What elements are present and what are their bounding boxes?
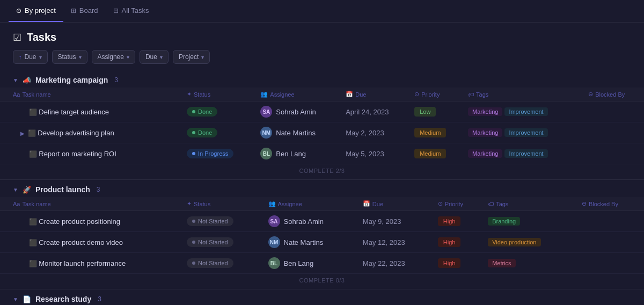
status-badge[interactable]: Done <box>187 107 217 117</box>
task-icon: ⬛ <box>29 218 37 226</box>
all-tasks-icon: ⊟ <box>113 7 119 14</box>
assignee-name: Nate Martins <box>276 129 316 137</box>
col-header-status: ✦Status <box>182 197 264 211</box>
section-header-marketing-campaign[interactable]: ▼ 📣 Marketing campaign 3 <box>0 70 644 88</box>
task-icon: ⬛ <box>28 129 36 137</box>
col-label-due: Due <box>355 91 366 98</box>
complete-bar: COMPLETE 0/3 <box>0 274 644 289</box>
task-status-cell: Not Started <box>182 211 264 232</box>
status-badge[interactable]: Not Started <box>187 258 233 268</box>
filter-due[interactable]: ↑Due▾ <box>13 50 48 64</box>
task-priority-cell: Low <box>410 101 464 122</box>
table-row[interactable]: ⬛ Define target audience DoneSASohrab Am… <box>0 101 644 122</box>
task-blocked-cell <box>584 143 644 164</box>
tab-all-tasks[interactable]: ⊟All Tasks <box>106 0 157 22</box>
task-name: Develop advertising plan <box>38 129 114 137</box>
task-blocked-cell <box>577 253 644 274</box>
priority-badge: High <box>438 237 461 247</box>
chevron-down-icon: ▼ <box>13 296 18 302</box>
tab-board[interactable]: ⊞Board <box>63 0 106 22</box>
task-blocked-cell <box>584 122 644 143</box>
col-icon-due: 📅 <box>363 200 370 207</box>
task-name: Create product positioning <box>39 217 120 226</box>
table-row[interactable]: ⬛ Report on marketing ROI In ProgressBLB… <box>0 143 644 164</box>
task-priority-cell: High <box>434 232 484 253</box>
all-tasks-label: All Tasks <box>122 6 149 14</box>
avatar: SA <box>260 106 272 118</box>
col-icon-blocked: ⊖ <box>582 200 587 207</box>
col-header-status: ✦Status <box>182 88 256 101</box>
status-dot <box>192 241 195 244</box>
col-label-assignee: Assignee <box>278 201 302 207</box>
filter-label: Assignee <box>98 53 124 61</box>
table-row[interactable]: ⬛ Create product positioning Not Started… <box>0 211 644 232</box>
col-header-name: AaTask name <box>0 197 182 211</box>
status-dot <box>192 152 195 155</box>
due-date: May 5, 2023 <box>346 150 384 158</box>
col-icon-assignee: 👥 <box>268 200 276 207</box>
task-blocked-cell <box>577 211 644 232</box>
priority-badge: Medium <box>414 128 446 137</box>
filter-status[interactable]: Status▾ <box>52 50 87 64</box>
page-header: ☑ Tasks <box>0 23 644 48</box>
col-icon-tags: 🏷 <box>468 91 474 98</box>
up-icon: ↑ <box>19 54 22 60</box>
task-due-cell: May 2, 2023 <box>341 122 410 143</box>
col-header-blocked: ⊖Blocked By <box>577 197 644 211</box>
col-label-priority: Priority <box>445 201 463 207</box>
task-due-cell: April 24, 2023 <box>341 101 410 122</box>
col-header-priority: ⊙Priority <box>410 88 464 101</box>
col-icon-name: Aa <box>13 91 20 98</box>
tag-badge: Improvement <box>504 149 547 158</box>
filter-label: Project <box>179 53 199 61</box>
filter-assignee[interactable]: Assignee▾ <box>92 50 135 64</box>
table-row[interactable]: ⬛ Create product demo video Not StartedN… <box>0 232 644 253</box>
col-label-name: Task name <box>22 91 50 98</box>
table-marketing-campaign: AaTask name✦Status👥Assignee📅Due⊙Priority… <box>0 88 644 164</box>
tag-badge: Marketing <box>468 107 502 116</box>
task-due-cell: May 22, 2023 <box>358 253 434 274</box>
tag-badge: Improvement <box>504 128 547 137</box>
filters-bar: ↑Due▾Status▾Assignee▾Due▾Project▾ <box>0 48 644 70</box>
filter-due2[interactable]: Due▾ <box>140 50 169 64</box>
due-date: May 12, 2023 <box>363 238 405 246</box>
task-priority-cell: Medium <box>410 122 464 143</box>
assignee-name: Sohrab Amin <box>276 108 316 116</box>
status-badge[interactable]: In Progress <box>187 149 233 158</box>
status-badge[interactable]: Not Started <box>187 237 233 247</box>
status-badge[interactable]: Done <box>187 128 217 137</box>
status-badge[interactable]: Not Started <box>187 216 233 226</box>
status-label: Done <box>198 108 212 115</box>
tab-by-project[interactable]: ⊙By project <box>9 0 63 22</box>
task-due-cell: May 12, 2023 <box>358 232 434 253</box>
board-label: Board <box>79 6 98 14</box>
filter-project[interactable]: Project▾ <box>173 50 210 64</box>
task-tags-cell: Video production <box>484 232 577 253</box>
tag-badge: Video production <box>488 238 540 246</box>
task-icon: ⬛ <box>29 239 37 246</box>
due-date: April 24, 2023 <box>346 108 389 116</box>
col-label-due: Due <box>372 201 383 207</box>
col-icon-status: ✦ <box>187 200 192 207</box>
chevron-down-icon: ▼ <box>13 187 18 193</box>
table-row[interactable]: ▶ ⬛ Develop advertising plan DoneNMNate … <box>0 122 644 143</box>
status-label: Done <box>198 129 212 136</box>
task-icon: ⬛ <box>29 108 37 116</box>
filter-label: Status <box>58 53 76 61</box>
chevron-down-icon: ▾ <box>39 54 42 60</box>
task-assignee-cell: NMNate Martins <box>264 232 358 253</box>
task-priority-cell: High <box>434 211 484 232</box>
section-header-product-launch[interactable]: ▼ 🚀 Product launch 3 <box>0 180 644 197</box>
priority-badge: High <box>438 258 461 268</box>
col-icon-assignee: 👥 <box>260 91 268 98</box>
task-blocked-cell <box>584 101 644 122</box>
col-label-tags: Tags <box>476 91 488 98</box>
table-row[interactable]: ⬛ Monitor launch performance Not Started… <box>0 253 644 274</box>
section-product-launch: ▼ 🚀 Product launch 3 AaTask name✦Status👥… <box>0 180 644 289</box>
expand-button[interactable]: ▶ <box>19 130 26 136</box>
section-header-research-study[interactable]: ▼ 📄 Research study 3 <box>0 289 644 305</box>
col-icon-status: ✦ <box>187 91 192 98</box>
task-tags-cell: Metrics <box>484 253 577 274</box>
col-header-tags: 🏷Tags <box>464 88 584 101</box>
col-label-priority: Priority <box>421 91 440 98</box>
